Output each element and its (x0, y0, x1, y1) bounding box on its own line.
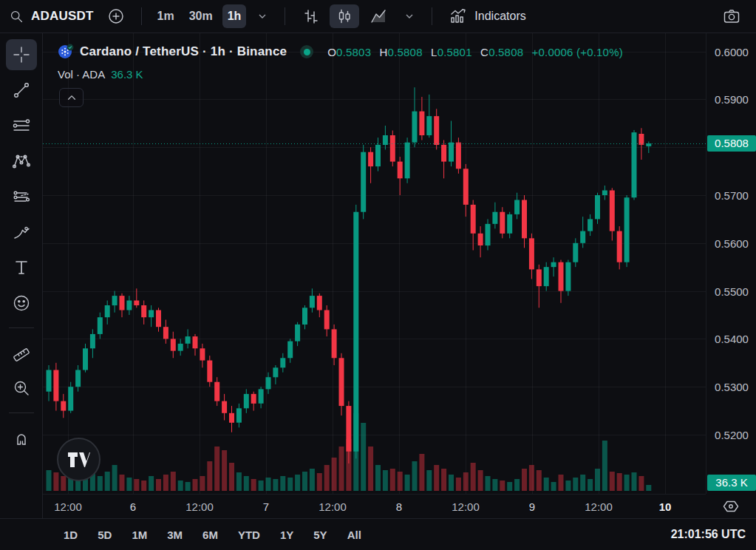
range-3m-button[interactable]: 3M (167, 529, 183, 541)
fib-retracement-tool[interactable] (6, 110, 37, 141)
chart-style-candles-icon[interactable] (330, 4, 359, 28)
close-value: 0.5808 (488, 46, 523, 58)
interval-1h-button[interactable]: 1h (222, 4, 247, 28)
price-tick-label: 0.6000 (706, 46, 756, 58)
time-tick-label: 7 (263, 500, 269, 513)
sidebar-separator (9, 327, 34, 328)
projection-tool[interactable] (6, 181, 37, 212)
price-tick-label: 0.5700 (706, 189, 756, 202)
measure-tool[interactable] (6, 337, 37, 368)
price-tick-label: 0.5500 (706, 285, 756, 298)
range-ytd-button[interactable]: YTD (238, 529, 260, 541)
drawing-tools-sidebar (0, 33, 43, 519)
search-icon[interactable] (9, 9, 24, 24)
price-tick-label: 0.5300 (706, 381, 756, 393)
ohlc-readout: O0.5803 H0.5808 L0.5801 C0.5808 +0.0006 … (322, 46, 623, 58)
text-tool[interactable] (6, 252, 37, 283)
interval-1m-button[interactable]: 1m (152, 4, 180, 28)
high-value: 0.5808 (388, 46, 423, 58)
indicators-label: Indicators (474, 10, 525, 23)
volume-badge: 36.3 K (707, 475, 756, 491)
tradingview-window: ADAUSDT 1m 30m 1h Indicators (0, 0, 756, 550)
range-5d-button[interactable]: 5D (98, 529, 112, 541)
axis-settings-hexagon-icon[interactable] (706, 494, 756, 518)
chart-style-area-icon[interactable] (364, 4, 393, 28)
range-all-button[interactable]: All (347, 529, 361, 541)
indicators-button[interactable]: Indicators (443, 4, 531, 28)
compare-add-symbol-button[interactable] (101, 4, 131, 28)
time-tick-label: 6 (130, 500, 136, 513)
range-1d-button[interactable]: 1D (64, 529, 78, 541)
range-1y-button[interactable]: 1Y (280, 529, 293, 541)
last-price-badge: 0.5808 (707, 135, 756, 152)
brush-tool[interactable] (6, 217, 37, 248)
range-1m-button[interactable]: 1M (132, 529, 147, 541)
trend-line-tool[interactable] (6, 75, 37, 106)
interval-menu-chevron[interactable] (251, 4, 274, 28)
emoji-tool[interactable] (6, 288, 37, 319)
price-axis[interactable]: 0.5808 36.3 K 0.60000.59000.57000.56000.… (706, 33, 756, 494)
chart-style-menu-chevron[interactable] (398, 4, 421, 28)
pane-collapse-button[interactable] (59, 88, 84, 107)
chart-legend: Cardano / TetherUS · 1h · Binance O0.580… (58, 42, 623, 81)
xabcd-pattern-tool[interactable] (6, 146, 37, 177)
chart-style-bars-icon[interactable] (296, 4, 325, 28)
cardano-logo (58, 44, 74, 60)
tradingview-watermark (57, 438, 101, 481)
utc-clock[interactable]: 21:01:56 UTC (671, 528, 746, 541)
toolbar-separator (285, 7, 285, 25)
symbol-search-button[interactable]: ADAUSDT (28, 9, 97, 24)
market-status-dot[interactable] (300, 45, 313, 58)
time-tick-label: 12:00 (452, 500, 480, 513)
top-toolbar: ADAUSDT 1m 30m 1h Indicators (0, 0, 756, 33)
price-tick-label: 0.5400 (706, 333, 756, 345)
low-value: 0.5801 (437, 46, 472, 58)
change-value: +0.0006 (+0.10%) (532, 46, 623, 58)
price-tick-label: 0.5900 (706, 93, 756, 106)
toolbar-separator (432, 7, 432, 25)
camera-snapshot-icon[interactable] (716, 4, 747, 28)
chart-pane[interactable]: Cardano / TetherUS · 1h · Binance O0.580… (43, 33, 706, 494)
volume-value: 36.3 K (111, 68, 143, 81)
open-value: 0.5803 (336, 46, 371, 58)
bottom-toolbar: 1D5D1M3M6MYTD1Y5YAll 21:01:56 UTC (0, 518, 756, 550)
interval-30m-button[interactable]: 30m (184, 4, 218, 28)
time-tick-label: 9 (529, 500, 535, 513)
time-tick-label: 10 (659, 500, 672, 513)
price-tick-label: 0.5200 (706, 429, 756, 441)
time-axis[interactable]: 12:00612:00712:00812:00912:0010 (43, 494, 706, 518)
crosshair-tool[interactable] (6, 39, 37, 70)
zoom-in-tool[interactable] (6, 373, 37, 404)
price-tick-label: 0.5600 (706, 237, 756, 250)
time-tick-label: 8 (396, 500, 402, 513)
toolbar-separator (141, 7, 142, 25)
time-tick-label: 12:00 (319, 500, 347, 513)
time-tick-label: 12:00 (54, 500, 82, 513)
time-tick-label: 12:00 (585, 500, 613, 513)
symbol-title[interactable]: Cardano / TetherUS · 1h · Binance (80, 44, 287, 59)
time-tick-label: 12:00 (185, 500, 214, 513)
candlestick-chart[interactable] (43, 33, 706, 494)
magnet-tool[interactable] (6, 422, 37, 453)
sidebar-separator (9, 412, 34, 413)
volume-label: Vol · ADA (58, 68, 105, 81)
range-5y-button[interactable]: 5Y (313, 529, 327, 541)
range-6m-button[interactable]: 6M (202, 529, 218, 541)
